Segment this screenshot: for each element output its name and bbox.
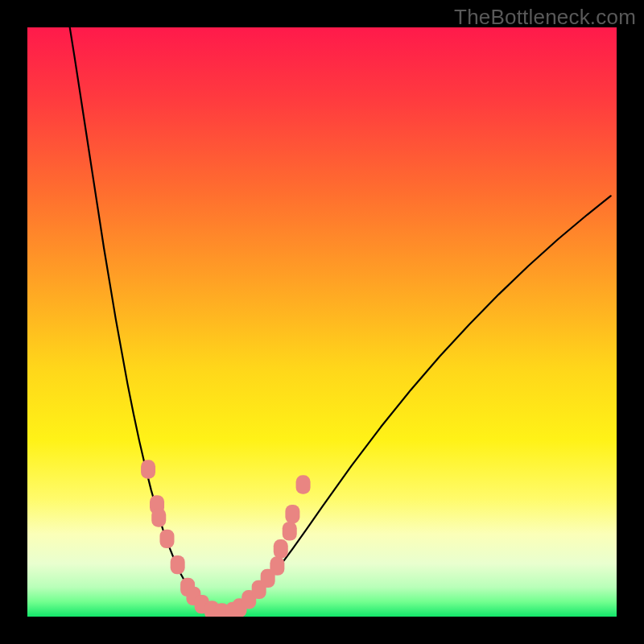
curve-marker <box>270 556 284 575</box>
curve-marker <box>283 522 297 540</box>
watermark-text: TheBottleneck.com <box>454 5 636 30</box>
curve-marker <box>274 539 288 558</box>
curve-marker <box>159 530 174 548</box>
curve-marker <box>151 508 166 526</box>
curve-marker <box>285 505 299 523</box>
curve-marker <box>141 460 155 478</box>
curve-marker <box>171 555 185 574</box>
bottleneck-chart <box>27 27 617 617</box>
curve-marker <box>296 475 311 493</box>
